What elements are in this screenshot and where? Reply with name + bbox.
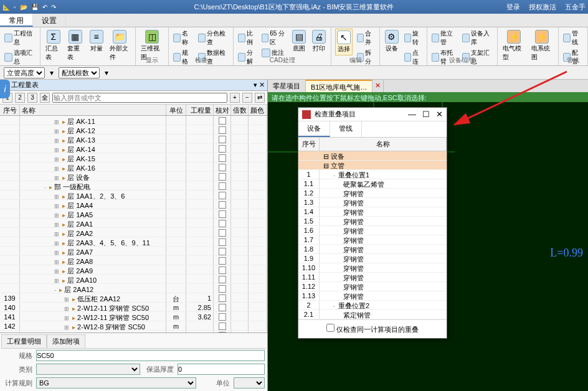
quick-access-toolbar[interactable]: 📐 ▫ 📂 💾 ↶ ↷ (0, 4, 56, 11)
qa-open-icon[interactable]: 📂 (20, 4, 27, 11)
riser-height-select[interactable]: 立管高度 (4, 67, 45, 78)
qa-redo-icon[interactable]: ↷ (51, 4, 56, 11)
dialog-row[interactable]: 1.10穿钢管 (298, 263, 447, 273)
dialog-row[interactable]: 1.9穿钢管 (298, 254, 447, 263)
table-row[interactable]: ⊞ ▸ 层 2AA7 (0, 247, 267, 256)
qa-undo-icon[interactable]: ↶ (42, 4, 47, 11)
pointconn-button[interactable]: 点连 (404, 48, 423, 66)
dialog-table-body[interactable]: ⊟ 设备⊟ 立管1- 重叠位置11.1硬聚氯乙烯管1.2穿钢管1.3穿钢管1.4… (298, 151, 447, 319)
table-row[interactable]: ⊞ ▸ 层 AK-16 (0, 163, 267, 172)
join-button[interactable]: 合并 (356, 29, 376, 47)
insulation-input[interactable] (178, 364, 265, 375)
remove-icon[interactable]: − (242, 93, 252, 103)
name-check-button[interactable]: 名称 (173, 29, 194, 47)
tab-settings[interactable]: 设置 (33, 14, 66, 27)
option-summary-button[interactable]: 选项汇总 (4, 48, 36, 66)
table-row[interactable]: 139⊞ ▸ 低压柜 2AA12台1 (0, 293, 267, 303)
tab-b1-elec[interactable]: B1区地库电气施… (306, 80, 372, 92)
device-lib-button[interactable]: 设备入库 (462, 29, 494, 47)
table-row[interactable]: ⊞ ▸ 层 2AA8 (0, 256, 267, 265)
table-row[interactable]: ⊞ ▸ 层 1AA5 (0, 209, 267, 219)
compare-button[interactable]: ≡对量 (88, 29, 105, 54)
summary-table-button[interactable]: Σ汇总表 (44, 29, 62, 63)
category-select[interactable] (36, 364, 140, 375)
rule-select[interactable]: BG (36, 377, 196, 389)
dialog-row[interactable]: 1.13穿钢管 (298, 291, 447, 301)
same-item-checkbox[interactable] (326, 324, 334, 332)
spec-input[interactable] (36, 350, 265, 361)
dialog-row[interactable]: 2.1紧定钢管 (298, 310, 447, 319)
dialog-row[interactable]: 1.1硬聚氯乙烯管 (298, 179, 447, 189)
close-tab-icon[interactable]: ✕ (372, 80, 384, 92)
table-row[interactable]: ⊞ ▸ 层 1AA1、2、3、6 (0, 191, 267, 200)
search-input[interactable] (52, 93, 227, 103)
dialog-titlebar[interactable]: 检查重叠项目 — ☐ ✕ (298, 108, 447, 121)
dialog-row[interactable]: 1.12穿钢管 (298, 282, 447, 291)
qa-new-icon[interactable]: ▫ (14, 4, 16, 11)
info-sidebar-icon[interactable]: i (0, 80, 10, 98)
table-row[interactable]: - ▸ 部 一级配电 (0, 181, 267, 191)
close-icon[interactable]: ✕ (436, 110, 443, 119)
elec-sys-button[interactable]: ⚡电系统图 (530, 29, 554, 63)
maximize-icon[interactable]: ☐ (422, 110, 430, 119)
filter-3-button[interactable]: 3 (27, 93, 37, 103)
tab-common[interactable]: 常用 (0, 14, 33, 27)
filter-all-button[interactable]: 全 (40, 93, 50, 103)
table-row[interactable]: ⊞ ▸ 层 2AA10 (0, 275, 267, 284)
table-row[interactable]: 141⊞ ▸ 2-W12-11 穿钢管 SC50m3.62 (0, 312, 267, 321)
dialog-row[interactable]: 1.3穿钢管 (298, 198, 447, 207)
wujin-link[interactable]: 五金手 (565, 2, 586, 12)
ext-file-button[interactable]: 📁外部文件 (108, 29, 132, 63)
table-row[interactable]: ⊞ ▸ 层 设备 (0, 172, 267, 181)
filter-2-button[interactable]: 2 (15, 93, 25, 103)
batch-riser-button[interactable]: 批立管 (431, 29, 458, 47)
dialog-tab-device[interactable]: 设备 (298, 121, 330, 137)
wire-count-select[interactable]: 配线根数 (59, 67, 100, 78)
table-row[interactable]: 140⊞ ▸ 2-W12-11 穿钢管 SC50m2.85 (0, 303, 267, 312)
table-row[interactable]: ⊞ ▸ 层 2AA1 (0, 219, 267, 228)
scale-button[interactable]: 比例 (237, 29, 257, 47)
dialog-row[interactable]: ⊟ 立管 (298, 161, 447, 170)
dialog-row[interactable]: 1- 重叠位置1 (298, 170, 447, 179)
select-button[interactable]: ↖选择 (335, 29, 353, 55)
dialog-row[interactable]: 1.6穿钢管 (298, 226, 447, 235)
proj-info-button[interactable]: 工程信息 (4, 29, 36, 47)
tree-table-body[interactable]: ⊞ ▸ 层 AK-11⊞ ▸ 层 AK-12⊞ ▸ 层 AK-13⊞ ▸ 层 A… (0, 116, 267, 332)
dialog-row[interactable]: 1.2穿钢管 (298, 189, 447, 198)
move-icon[interactable]: ⇄ (255, 93, 265, 103)
table-row[interactable]: ⊞ ▸ 层 2AA9 (0, 265, 267, 275)
table-row[interactable]: ⊞ ▸ 层 2AA2 (0, 228, 267, 237)
same-item-checkbox-label[interactable]: 仅检查同一计算项目的重叠 (326, 326, 419, 333)
table-row[interactable]: ⊞ ▸ 层 1AA4 (0, 200, 267, 209)
minimize-icon[interactable]: — (408, 110, 416, 119)
login-link[interactable]: 登录 (506, 2, 520, 12)
table-row[interactable]: ⊞ ▸ 层 AK-13 (0, 134, 267, 144)
partition-button[interactable]: 65 分区 (261, 29, 288, 47)
dialog-row[interactable]: 2- 重叠位置2 (298, 301, 447, 310)
tab-misc-items[interactable]: 零星项目 (268, 80, 306, 92)
dialog-row[interactable]: 1.5穿钢管 (298, 217, 447, 226)
table-row[interactable]: - ▸ 层 2AA12 (0, 284, 267, 293)
add-icon[interactable]: + (230, 93, 240, 103)
tab-add-extra[interactable]: 添加附项 (47, 334, 85, 348)
table-row[interactable]: ⊞ ▸ 层 AK-11 (0, 116, 267, 125)
table-row[interactable]: ⊞ ▸ 层 AK-14 (0, 144, 267, 153)
dialog-row[interactable]: 1.7穿钢管 (298, 235, 447, 245)
table-row[interactable]: ⊞ ▸ 层 AK-15 (0, 153, 267, 163)
table-row[interactable]: 142⊞ ▸ 2-W12-8 穿钢管 SC50m (0, 321, 267, 331)
rotate-button[interactable]: 旋转 (404, 29, 423, 47)
table-row[interactable]: ⊞ ▸ 层 2AA3、4、5、6、9、11 (0, 237, 267, 247)
panel-menu-icon[interactable]: ▾ ✕ (254, 81, 265, 89)
dialog-row[interactable]: ⊟ 设备 (298, 151, 447, 161)
device-button[interactable]: ⚙设备 (384, 29, 400, 54)
set-table-button[interactable]: ▦套重表 (66, 29, 84, 63)
dialog-row[interactable]: 1.8穿钢管 (298, 245, 447, 254)
dialog-row[interactable]: 1.4穿钢管 (298, 207, 447, 217)
basemap-button[interactable]: ▤底图 (291, 29, 307, 54)
table-row[interactable]: ⊞ ▸ 层 AK-12 (0, 125, 267, 134)
qa-save-icon[interactable]: 💾 (31, 4, 39, 11)
print-button[interactable]: 🖨打印 (311, 29, 327, 54)
elec-model-button[interactable]: ⚡电气模型 (501, 29, 526, 63)
tab-qty-detail[interactable]: 工程量明细 (1, 334, 47, 348)
dialog-row[interactable]: 1.11穿钢管 (298, 273, 447, 282)
